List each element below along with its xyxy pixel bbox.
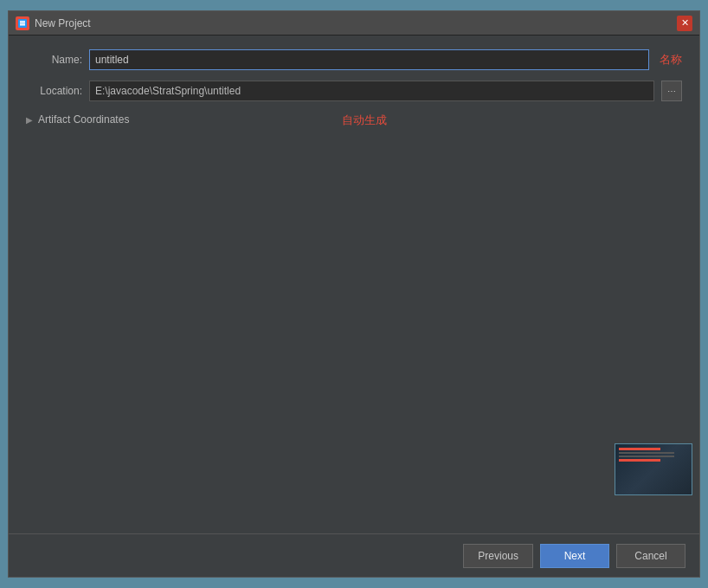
dialog-title: New Project (35, 17, 672, 29)
svg-rect-2 (20, 24, 25, 26)
name-label: Name: (26, 54, 82, 66)
previous-button[interactable]: Previous (463, 544, 533, 568)
browse-button[interactable]: ⋯ (661, 81, 682, 101)
expand-arrow-icon: ▶ (26, 115, 33, 125)
dialog-icon (16, 16, 29, 30)
thumbnail-preview (615, 443, 692, 495)
svg-rect-1 (20, 23, 25, 24)
thumb-decoration-3 (619, 456, 674, 457)
thumb-decoration-4 (619, 459, 660, 462)
cancel-button[interactable]: Cancel (616, 544, 685, 568)
artifact-label: Artifact Coordinates (38, 113, 129, 126)
name-input[interactable] (89, 49, 649, 70)
dialog-content: Name: 名称 Location: ⋯ 自动生成 ▶ Artifact Coo… (9, 36, 699, 533)
thumb-decoration-2 (619, 452, 674, 454)
bottom-bar: Previous Next Cancel (9, 533, 699, 577)
svg-rect-3 (20, 21, 25, 23)
location-input[interactable] (89, 81, 654, 101)
name-annotation: 名称 (660, 52, 682, 68)
next-button[interactable]: Next (540, 544, 609, 568)
location-row: Location: ⋯ (26, 81, 682, 101)
location-annotation: 自动生成 (342, 113, 387, 128)
browse-icon: ⋯ (667, 87, 676, 96)
new-project-dialog: New Project ✕ Name: 名称 Location: ⋯ 自动生成 … (8, 10, 700, 578)
title-bar: New Project ✕ (9, 11, 699, 36)
thumbnail-content (615, 444, 692, 494)
close-button[interactable]: ✕ (677, 16, 692, 31)
thumb-decoration-1 (619, 448, 660, 450)
name-row: Name: 名称 (26, 49, 682, 70)
location-label: Location: (26, 85, 82, 97)
content-spacer (26, 138, 682, 520)
